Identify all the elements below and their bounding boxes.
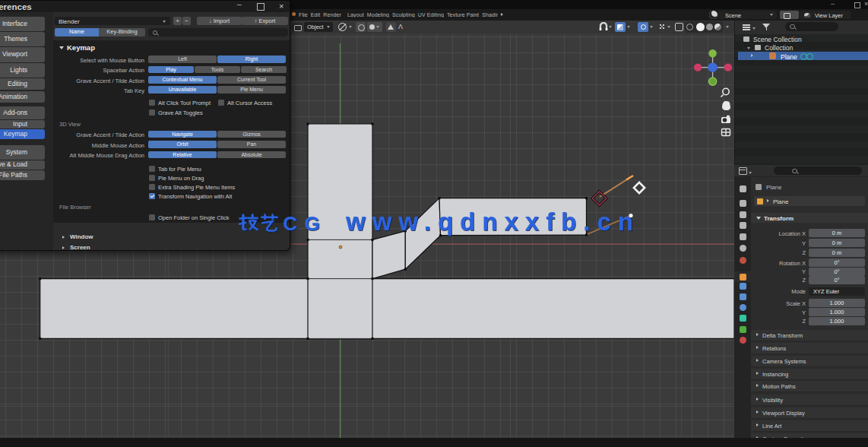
svg-text:CG: CG [283,212,327,235]
svg-text:www.qdnxxfb.cn: www.qdnxxfb.cn [345,208,640,236]
